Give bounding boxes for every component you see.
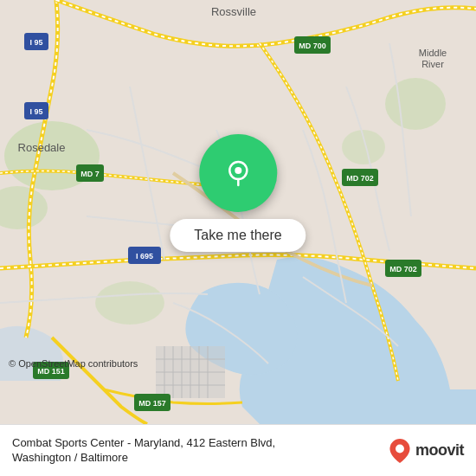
- svg-text:Rosedale: Rosedale: [18, 141, 66, 154]
- svg-point-3: [95, 281, 164, 325]
- attribution-text: © OpenStreetMap contributors: [9, 358, 138, 369]
- svg-text:MD 7: MD 7: [80, 170, 100, 178]
- location-region: Washington / Baltimore: [12, 451, 128, 464]
- svg-text:MD 702: MD 702: [346, 174, 374, 183]
- map-attribution: © OpenStreetMap contributors: [0, 355, 476, 372]
- svg-text:I 95: I 95: [29, 38, 42, 47]
- svg-text:I 95: I 95: [29, 107, 42, 116]
- svg-point-40: [235, 167, 241, 174]
- location-info: Combat Sports Center - Maryland, 412 Eas…: [12, 436, 388, 466]
- svg-text:MD 157: MD 157: [138, 399, 166, 408]
- svg-text:Middle: Middle: [419, 48, 447, 58]
- svg-text:River: River: [421, 59, 444, 69]
- moovit-logo: moovit: [388, 439, 464, 463]
- svg-text:I 695: I 695: [136, 252, 153, 261]
- location-pin-icon: [222, 158, 254, 189]
- svg-text:Rossville: Rossville: [211, 5, 256, 18]
- take-me-there-button[interactable]: Take me there: [170, 219, 306, 252]
- location-name: Combat Sports Center - Maryland, 412 Eas…: [12, 436, 275, 449]
- svg-text:MD 700: MD 700: [299, 42, 326, 50]
- bottom-info-bar: Combat Sports Center - Maryland, 412 Eas…: [0, 424, 476, 476]
- svg-point-4: [385, 78, 446, 130]
- map-area: I 95 I 95 MD 7 MD 700 MD 702 I 695 MD 15…: [0, 0, 476, 424]
- moovit-brand-text: moovit: [415, 441, 464, 460]
- location-circle: [199, 134, 277, 212]
- take-me-there-container: Take me there: [170, 134, 306, 252]
- svg-point-41: [396, 444, 404, 453]
- svg-text:MD 702: MD 702: [389, 265, 417, 273]
- moovit-pin-icon: [388, 439, 412, 463]
